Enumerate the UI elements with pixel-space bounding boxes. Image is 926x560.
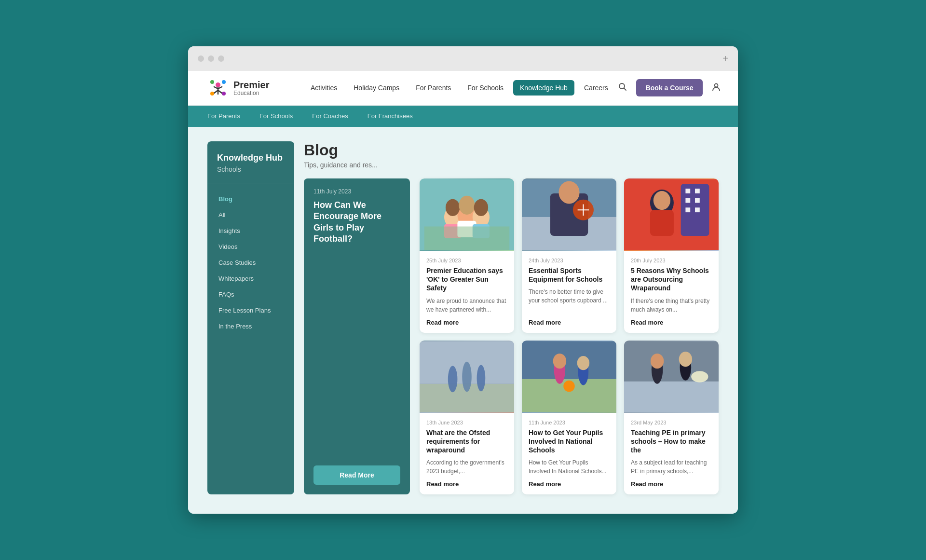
sidebar-item-all[interactable]: All [207,207,294,223]
card-image-svg-4 [522,341,616,413]
sidebar: Knowledge Hub Schools Blog All Insights … [207,141,294,494]
card-excerpt-1: There's no better time to give your scho… [529,287,610,314]
book-course-button[interactable]: Book a Course [636,79,703,96]
browser-chrome: + [188,46,738,71]
browser-dot-yellow [208,55,214,62]
card-image-svg-3 [420,341,514,413]
sidebar-item-videos[interactable]: Videos [207,239,294,255]
nav-activities[interactable]: Activities [304,80,344,96]
nav-links: Activities Holiday Camps For Parents For… [304,80,615,96]
card-body-0: 25th July 2023 Premier Education says 'O… [420,251,514,333]
logo-premier: Premier [233,80,270,90]
card-excerpt-4: How to Get Your Pupils Involved In Natio… [529,458,610,476]
sidebar-subtitle: Schools [217,165,285,173]
card-image-3 [420,341,514,413]
svg-point-22 [474,199,488,216]
sub-nav-for-parents[interactable]: For Parents [207,112,240,120]
card-read-more-4[interactable]: Read more [529,480,610,488]
card-title-3: What are the Ofsted requirements for wra… [426,428,507,455]
card-date-3: 13th June 2023 [426,420,507,425]
sidebar-item-faqs[interactable]: FAQs [207,287,294,302]
card-body-4: 11th June 2023 How to Get Your Pupils In… [522,413,616,495]
svg-point-51 [553,353,566,368]
card-read-more-2[interactable]: Read more [631,319,712,326]
sidebar-item-free-lesson-plans[interactable]: Free Lesson Plans [207,302,294,318]
card-image-2 [624,178,719,251]
sidebar-item-whitepapers[interactable]: Whitepapers [207,271,294,287]
svg-rect-33 [685,189,690,193]
blog-title: Blog [304,141,719,159]
card-read-more-5[interactable]: Read more [631,480,712,488]
svg-point-20 [446,199,460,216]
sidebar-item-insights[interactable]: Insights [207,223,294,239]
logo-education: Education [233,90,270,96]
blog-content: Blog Tips, guidance and res... 11th July… [304,141,719,494]
browser-dots [198,55,224,62]
search-button[interactable] [615,79,630,97]
svg-point-46 [462,361,472,392]
svg-rect-41 [650,210,674,236]
blog-card-1: 24th July 2023 Essential Sports Equipmen… [522,178,616,333]
browser-new-tab[interactable]: + [722,53,728,64]
card-excerpt-3: According to the government's 2023 budge… [426,458,507,476]
card-date-1: 24th July 2023 [529,258,610,263]
card-date-4: 11th June 2023 [529,420,610,425]
svg-point-58 [651,353,664,368]
nav-holiday-camps[interactable]: Holiday Camps [347,80,406,96]
card-title-5: Teaching PE in primary schools – How to … [631,428,712,455]
card-image-5 [624,341,719,413]
card-body-2: 20th July 2023 5 Reasons Why Schools are… [624,251,719,333]
search-icon [618,82,627,92]
card-image-0 [420,178,514,251]
sidebar-item-in-the-press[interactable]: In the Press [207,318,294,334]
card-body-5: 23rd May 2023 Teaching PE in primary sch… [624,413,719,495]
main-navbar: Premier Education Activities Holiday Cam… [188,71,738,106]
featured-article-title: How Can We Encourage More Girls to Play … [313,200,400,245]
logo-icon [207,77,229,98]
sidebar-item-blog[interactable]: Blog [207,191,294,207]
sub-nav-for-franchisees[interactable]: For Franchisees [368,112,413,120]
svg-rect-34 [695,189,700,193]
blog-header: Blog Tips, guidance and res... [304,141,719,169]
featured-read-more-button[interactable]: Read More [313,465,400,485]
svg-point-12 [715,83,718,87]
card-read-more-0[interactable]: Read more [426,319,507,326]
card-read-more-1[interactable]: Read more [529,319,610,326]
sidebar-nav: Blog All Insights Videos Case Studies Wh… [207,183,294,334]
nav-for-parents[interactable]: For Parents [409,80,458,96]
svg-rect-36 [695,198,700,203]
card-body-3: 13th June 2023 What are the Ofsted requi… [420,413,514,495]
logo-area[interactable]: Premier Education [207,77,285,98]
card-image-svg-1 [522,178,616,251]
nav-knowledge-hub[interactable]: Knowledge Hub [513,80,574,96]
card-image-svg-5 [624,341,719,413]
svg-point-45 [448,366,458,392]
blog-grid-area: 11th July 2023 How Can We Encourage More… [304,178,719,494]
user-account-button[interactable] [708,79,724,97]
svg-point-53 [577,355,589,369]
sub-navbar: For Parents For Schools For Coaches For … [188,106,738,127]
svg-rect-38 [695,207,700,212]
card-title-0: Premier Education says 'OK' to Greater S… [426,266,507,293]
svg-rect-37 [685,207,690,212]
card-title-1: Essential Sports Equipment for Schools [529,266,610,284]
sub-nav-for-coaches[interactable]: For Coaches [312,112,348,120]
sidebar-item-case-studies[interactable]: Case Studies [207,255,294,271]
card-date-0: 25th July 2023 [426,258,507,263]
svg-point-61 [691,371,708,382]
svg-point-54 [563,380,575,392]
card-title-2: 5 Reasons Why Schools are Outsourcing Wr… [631,266,712,293]
nav-for-schools[interactable]: For Schools [461,80,510,96]
blog-card-0: 25th July 2023 Premier Education says 'O… [420,178,514,333]
card-read-more-3[interactable]: Read more [426,480,507,488]
cards-grid: 25th July 2023 Premier Education says 'O… [420,178,719,494]
svg-point-27 [558,181,579,204]
logo-text: Premier Education [233,80,270,96]
svg-point-7 [222,80,226,84]
featured-article-date: 11th July 2023 [313,188,400,195]
svg-point-60 [679,352,692,367]
sub-nav-for-schools[interactable]: For Schools [259,112,293,120]
sidebar-title: Knowledge Hub [217,153,285,164]
card-excerpt-0: We are proud to announce that we have pa… [426,297,507,314]
nav-careers[interactable]: Careers [577,80,615,96]
